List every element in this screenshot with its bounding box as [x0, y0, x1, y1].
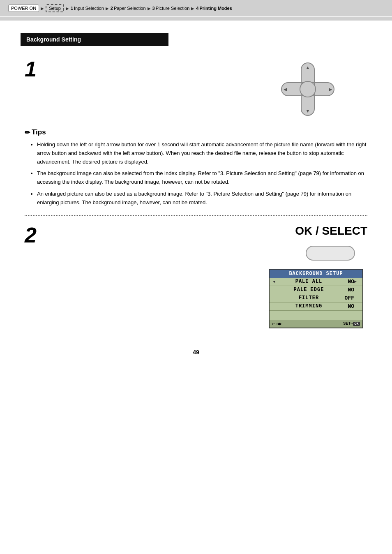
lcd-value-2: NO	[340, 287, 354, 293]
separator-bar	[0, 17, 392, 21]
ok-select-button[interactable]	[306, 246, 355, 261]
lcd-left-arrow-4	[273, 304, 278, 309]
lcd-left-arrow-3	[273, 296, 278, 300]
nav-arrow-1: ▶	[41, 6, 44, 11]
nav-arrow-5: ▶	[191, 6, 194, 11]
nav-step-2: 2 Paper Selection	[111, 6, 146, 11]
step1-number: 1	[25, 58, 45, 80]
tips-title: ✏ Tips	[25, 128, 367, 136]
lcd-left-arrow-2	[273, 288, 278, 292]
lcd-left-arrow-1: ◀	[273, 279, 278, 284]
lcd-row-3: FILTER OFF	[270, 294, 362, 302]
dpad-right-arrow: ▶	[329, 87, 332, 92]
dpad-up: ▲	[301, 62, 315, 83]
lcd-label-1: PALE ALL	[278, 279, 340, 284]
tip-item-3: An enlarged picture can also be used as …	[37, 190, 367, 207]
nav-step-3: 3 Picture Selection	[152, 6, 190, 11]
dpad-center	[300, 81, 316, 97]
dpad-down-arrow: ▼	[306, 108, 310, 113]
step1-section: 1 ▲ ▼ ◀	[25, 58, 367, 116]
lcd-label-4: TRIMMING	[278, 303, 340, 309]
lcd-header: BACKGROUND SETUP	[270, 270, 362, 278]
lcd-footer: ↩→◀▶ SET→ok	[270, 320, 362, 328]
lcd-footer-left: ↩→◀▶	[272, 321, 282, 326]
step2-section: 2 OK / SELECT BACKGROUND SETUP ◀ PALE AL…	[25, 224, 367, 328]
dpad-up-arrow: ▲	[306, 65, 310, 70]
tips-label: Tips	[32, 128, 46, 136]
lcd-row-4: TRIMMING NO	[270, 302, 362, 311]
nav-arrow-3: ▶	[106, 6, 109, 11]
nav-arrow-4: ▶	[148, 6, 151, 11]
step2-number: 2	[25, 224, 45, 246]
nav-arrow-2: ▶	[66, 6, 69, 11]
tip-item-1: Holding down the left or right arrow but…	[37, 141, 367, 166]
lcd-value-4: NO	[340, 303, 354, 309]
lcd-value-3: OFF	[340, 295, 354, 301]
section-header: Background Setting	[21, 33, 168, 46]
lcd-row-2: PALE EDGE NO	[270, 286, 362, 294]
nav-step-4: 4 Printing Modes	[196, 6, 232, 11]
main-content: 1 ▲ ▼ ◀	[0, 46, 392, 332]
dpad-right: ▶	[314, 82, 334, 96]
lcd-footer-right: SET→ok	[343, 321, 360, 326]
lcd-value-1: NO	[340, 279, 354, 285]
lcd-right-arrow-2	[354, 288, 359, 292]
lcd-label-2: PALE EDGE	[278, 287, 340, 293]
step2-right: OK / SELECT BACKGROUND SETUP ◀ PALE ALL …	[53, 224, 367, 328]
tip-item-2: The background image can also be selecte…	[37, 169, 367, 187]
lcd-right-arrow-3	[354, 296, 359, 300]
dpad-left: ◀	[281, 82, 302, 96]
dpad: ▲ ▼ ◀ ▶	[281, 62, 334, 116]
dpad-left-arrow: ◀	[284, 87, 287, 92]
lcd-label-3: FILTER	[278, 295, 340, 301]
nav-power-on: POWER ON	[8, 5, 39, 12]
tips-list: Holding down the left or right arrow but…	[25, 141, 367, 207]
step2-left: 2	[25, 224, 45, 246]
lcd-screen: BACKGROUND SETUP ◀ PALE ALL NO ▶ PALE ED…	[269, 269, 363, 328]
nav-setup: Setup	[46, 4, 64, 12]
tips-section: ✏ Tips Holding down the left or right ar…	[25, 128, 367, 207]
dpad-down: ▼	[301, 95, 315, 116]
dot-separator	[25, 215, 367, 216]
pencil-icon: ✏	[25, 129, 30, 136]
lcd-right-arrow-1: ▶	[354, 279, 359, 284]
step1-content: ▲ ▼ ◀ ▶	[53, 58, 367, 116]
dpad-container: ▲ ▼ ◀ ▶	[281, 62, 334, 116]
page-number: 49	[0, 349, 392, 364]
lcd-row-1: ◀ PALE ALL NO ▶	[270, 278, 362, 286]
nav-step-1: 1 Input Selection	[71, 6, 104, 11]
top-navigation: POWER ON ▶ Setup ▶ 1 Input Selection ▶ 2…	[0, 0, 392, 16]
lcd-right-arrow-4	[354, 304, 359, 309]
ok-select-label: OK / SELECT	[53, 224, 367, 238]
